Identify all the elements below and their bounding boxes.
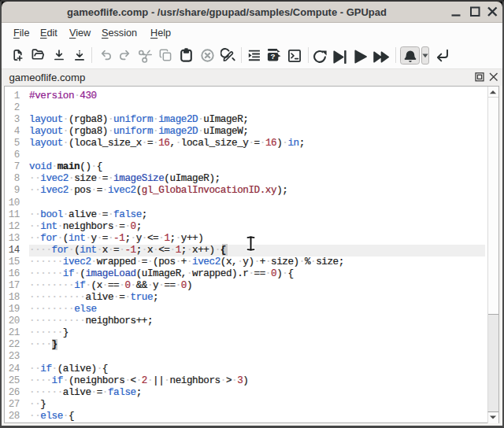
svg-text:?: ? bbox=[271, 52, 276, 61]
